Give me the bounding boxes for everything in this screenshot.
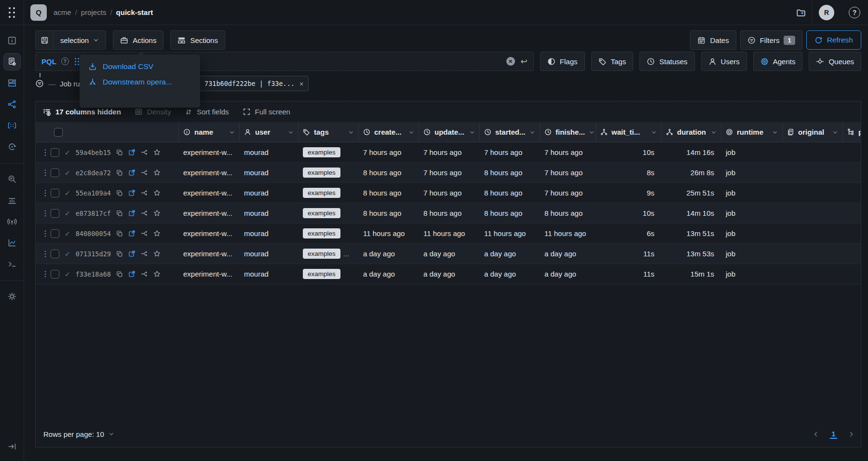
tags-filter-button[interactable]: Tags [591,52,634,71]
selection-dropdown[interactable]: selection [53,30,106,50]
breadcrumb-projects[interactable]: projects [81,8,107,16]
breadcrumb-org[interactable]: acme [54,8,71,16]
undo-icon[interactable]: ↩ [521,56,528,67]
row-menu-icon[interactable]: ⋮ [41,229,45,238]
actions-button[interactable]: Actions [113,30,163,50]
column-header-started[interactable]: started... [479,122,540,142]
flags-filter-button[interactable]: Flags [540,52,585,71]
copy-id-icon[interactable] [116,210,123,217]
star-icon[interactable] [153,230,161,237]
cell-name[interactable]: experiment-w... [178,142,239,162]
sidebar-item-lineage[interactable] [3,96,21,113]
lineage-icon[interactable] [141,169,148,176]
lineage-icon[interactable] [141,189,148,196]
open-run-icon[interactable] [128,169,136,176]
row-checkbox[interactable] [51,229,59,238]
sidebar-item-settings[interactable] [3,288,21,305]
dates-button[interactable]: Dates [690,30,736,50]
agents-filter-button[interactable]: Agents [753,52,803,71]
density-button[interactable]: Density [135,108,171,116]
cell-name[interactable]: experiment-w... [178,224,239,243]
copy-id-icon[interactable] [116,251,123,257]
breadcrumb-project-name[interactable]: quick-start [116,8,153,16]
chevron-down-icon[interactable] [469,129,475,135]
row-menu-icon[interactable]: ⋮ [41,188,45,197]
open-run-icon[interactable] [128,270,136,278]
chevron-down-icon[interactable] [229,129,235,135]
column-header-name[interactable]: name [178,122,239,142]
chip-close-icon[interactable]: ✕ [299,80,303,87]
open-run-icon[interactable] [128,250,136,257]
lineage-icon[interactable] [141,210,148,217]
column-header-finished[interactable]: finishe... [540,122,596,142]
drag-handle-icon[interactable] [75,58,79,65]
chevron-down-icon[interactable] [772,129,778,135]
row-checkbox[interactable] [51,148,59,157]
sidebar-item-runs-table[interactable] [3,53,21,70]
column-header-runtime[interactable]: runtime [721,122,782,142]
sidebar-item-agents[interactable] [3,117,21,134]
open-run-icon[interactable] [128,189,136,196]
star-icon[interactable] [153,270,161,278]
user-avatar[interactable]: R [819,5,834,20]
row-menu-icon[interactable]: ⋮ [41,249,45,258]
sidebar-item-charts[interactable] [3,234,21,251]
cell-name[interactable]: experiment-w... [178,203,239,223]
open-run-icon[interactable] [128,230,136,237]
row-checkbox[interactable] [51,189,59,197]
column-header-pip[interactable]: pip [842,122,861,142]
column-header-original[interactable]: original [782,122,842,142]
menu-item-downstream-operations[interactable]: Downstream opera... [88,78,191,86]
select-all-checkbox[interactable] [54,128,63,137]
copy-id-icon[interactable] [116,149,123,156]
sidebar-expand-button[interactable] [3,438,21,455]
copy-id-icon[interactable] [116,190,123,196]
chevron-down-icon[interactable] [288,129,294,135]
prev-page-icon[interactable]: ‹ [814,429,817,439]
sidebar-item-metrics[interactable] [3,192,21,209]
copy-id-icon[interactable] [116,271,123,278]
row-checkbox[interactable] [51,250,59,258]
sections-button[interactable]: Sections [170,30,225,50]
row-checkbox[interactable] [51,270,59,279]
cell-name[interactable]: experiment-w... [178,264,239,284]
column-header-tags[interactable]: tags [298,122,358,142]
chevron-down-icon[interactable] [711,129,717,135]
chevron-down-icon[interactable] [408,129,414,135]
sidebar-item-search-logs[interactable] [3,170,21,188]
statuses-filter-button[interactable]: Statuses [639,52,694,71]
users-filter-button[interactable]: Users [701,52,747,71]
refresh-button[interactable]: Refresh [806,30,861,50]
sidebar-item-terminal[interactable] [3,255,21,273]
copy-id-icon[interactable] [116,169,123,176]
chevron-down-icon[interactable] [651,129,657,135]
star-icon[interactable] [153,210,161,217]
star-icon[interactable] [153,189,161,196]
open-run-icon[interactable] [128,149,136,156]
columns-hidden-button[interactable]: 17 columns hidden [42,108,121,116]
row-menu-icon[interactable]: ⋮ [41,168,45,177]
column-header-wait_time[interactable]: wait_ti... [596,122,661,142]
row-menu-icon[interactable]: ⋮ [41,269,45,279]
cell-name[interactable]: experiment-w... [178,163,239,182]
new-project-button[interactable] [790,0,812,25]
column-header-user[interactable]: user [239,122,298,142]
menu-item-download-csv[interactable]: Download CSV [88,62,191,71]
save-view-button[interactable] [35,30,54,50]
clear-query-icon[interactable]: ✕ [506,57,515,66]
lineage-icon[interactable] [141,149,148,156]
column-header-duration[interactable]: duration [661,122,721,142]
chevron-down-icon[interactable] [832,129,838,135]
row-checkbox[interactable] [51,168,59,177]
lineage-icon[interactable] [141,250,148,257]
next-page-icon[interactable]: › [850,429,853,439]
lineage-icon[interactable] [141,230,148,237]
rows-per-page-select[interactable]: Rows per page: 10 [43,430,114,438]
lineage-icon[interactable] [141,270,148,278]
current-page[interactable]: 1 [830,430,837,439]
chevron-down-icon[interactable] [348,129,354,135]
column-header-updated[interactable]: update... [419,122,479,142]
sort-fields-button[interactable]: Sort fields [185,108,229,116]
star-icon[interactable] [153,169,161,176]
sidebar-item-dashboard[interactable] [3,74,21,92]
